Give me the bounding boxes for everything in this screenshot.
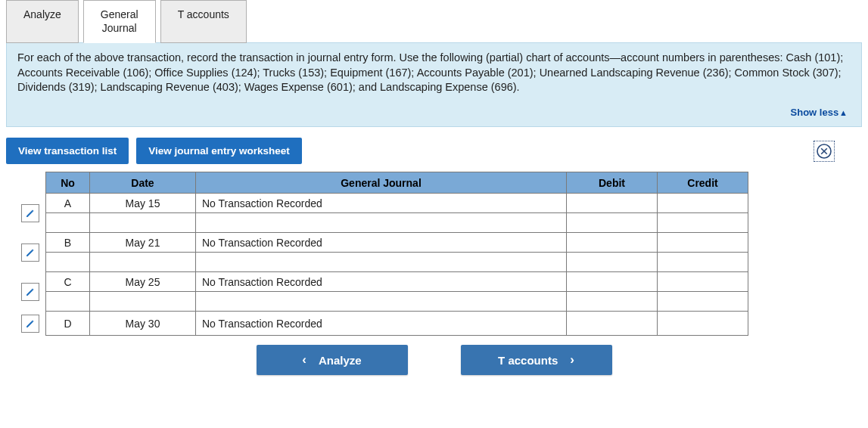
- table-row: CMay 25No Transaction Recorded: [15, 272, 748, 292]
- cell-general-journal[interactable]: No Transaction Recorded: [196, 194, 567, 213]
- view-journal-worksheet-button[interactable]: View journal entry worksheet: [136, 138, 302, 164]
- show-less-label: Show less: [791, 107, 839, 118]
- cell-debit[interactable]: [567, 194, 658, 213]
- cell-credit[interactable]: [658, 233, 748, 253]
- cell-no[interactable]: C: [46, 272, 90, 292]
- tab-bar: Analyze General Journal T accounts: [0, 0, 868, 43]
- cell-credit[interactable]: [658, 194, 748, 213]
- pencil-icon: [25, 208, 36, 219]
- bottom-nav: ‹ Analyze T accounts ›: [0, 336, 868, 387]
- cell-blank[interactable]: [90, 253, 196, 272]
- pencil-icon: [25, 318, 36, 329]
- action-button-row: View transaction list View journal entry…: [0, 127, 868, 172]
- col-header-debit: Debit: [567, 172, 658, 194]
- cell-blank[interactable]: [658, 253, 748, 272]
- cell-blank[interactable]: [196, 292, 567, 312]
- cell-blank[interactable]: [567, 213, 658, 233]
- cell-blank[interactable]: [567, 292, 658, 312]
- cell-blank[interactable]: [658, 292, 748, 312]
- cell-general-journal[interactable]: No Transaction Recorded: [196, 272, 567, 292]
- cell-debit[interactable]: [567, 272, 658, 292]
- caret-up-icon: ▲: [839, 108, 848, 117]
- edit-row-button[interactable]: [21, 315, 39, 333]
- instructions-panel: For each of the above transaction, recor…: [6, 42, 862, 127]
- cell-date[interactable]: May 30: [90, 312, 196, 336]
- cell-credit[interactable]: [658, 312, 748, 336]
- tab-general-journal-line1: General: [101, 8, 138, 20]
- col-header-date: Date: [90, 172, 196, 194]
- chevron-left-icon: ‹: [302, 352, 306, 368]
- cell-debit[interactable]: [567, 233, 658, 253]
- header-spacer: [15, 172, 46, 194]
- cell-blank[interactable]: [196, 253, 567, 272]
- col-header-no: No: [46, 172, 90, 194]
- edit-row-button[interactable]: [21, 283, 39, 301]
- table-row-blank: [15, 213, 748, 233]
- cell-debit[interactable]: [567, 312, 658, 336]
- journal-table: No Date General Journal Debit Credit AMa…: [15, 172, 748, 336]
- col-header-credit: Credit: [658, 172, 748, 194]
- table-row-blank: [15, 292, 748, 312]
- next-t-accounts-button[interactable]: T accounts ›: [461, 345, 612, 375]
- cell-no[interactable]: A: [46, 194, 90, 213]
- prev-label: Analyze: [319, 354, 362, 367]
- journal-table-wrap: No Date General Journal Debit Credit AMa…: [0, 172, 868, 336]
- pencil-icon: [25, 247, 36, 258]
- cell-credit[interactable]: [658, 272, 748, 292]
- cell-blank[interactable]: [90, 292, 196, 312]
- cell-date[interactable]: May 15: [90, 194, 196, 213]
- next-label: T accounts: [498, 354, 558, 367]
- cell-date[interactable]: May 21: [90, 233, 196, 253]
- cell-general-journal[interactable]: No Transaction Recorded: [196, 312, 567, 336]
- instructions-text: For each of the above transaction, recor…: [17, 51, 843, 93]
- cell-date[interactable]: May 25: [90, 272, 196, 292]
- table-header-row: No Date General Journal Debit Credit: [15, 172, 748, 194]
- edit-row-button[interactable]: [21, 243, 39, 262]
- cell-general-journal[interactable]: No Transaction Recorded: [196, 233, 567, 253]
- table-row: AMay 15No Transaction Recorded: [15, 194, 748, 213]
- pencil-icon: [25, 287, 36, 297]
- cell-blank[interactable]: [196, 213, 567, 233]
- close-button[interactable]: [814, 141, 835, 162]
- cell-no[interactable]: D: [46, 312, 90, 336]
- table-row: DMay 30No Transaction Recorded: [15, 312, 748, 336]
- cell-blank[interactable]: [658, 213, 748, 233]
- tab-general-journal-line2: Journal: [102, 22, 137, 34]
- prev-analyze-button[interactable]: ‹ Analyze: [257, 345, 408, 375]
- cell-blank[interactable]: [90, 213, 196, 233]
- table-row: BMay 21No Transaction Recorded: [15, 233, 748, 253]
- col-header-general-journal: General Journal: [196, 172, 567, 194]
- edit-cell: [15, 312, 46, 336]
- tab-t-accounts[interactable]: T accounts: [160, 0, 247, 43]
- show-less-toggle[interactable]: Show less▲: [17, 95, 851, 123]
- edit-cell: [15, 194, 46, 233]
- edit-cell: [15, 272, 46, 312]
- cell-no[interactable]: B: [46, 233, 90, 253]
- view-transaction-list-button[interactable]: View transaction list: [6, 138, 129, 164]
- tab-analyze[interactable]: Analyze: [6, 0, 79, 43]
- cell-blank[interactable]: [567, 253, 658, 272]
- cell-blank[interactable]: [46, 253, 90, 272]
- edit-cell: [15, 233, 46, 272]
- cell-blank[interactable]: [46, 213, 90, 233]
- chevron-right-icon: ›: [570, 352, 574, 368]
- close-icon: [816, 143, 832, 160]
- table-row-blank: [15, 253, 748, 272]
- edit-row-button[interactable]: [21, 204, 39, 222]
- cell-blank[interactable]: [46, 292, 90, 312]
- tab-general-journal[interactable]: General Journal: [83, 0, 156, 43]
